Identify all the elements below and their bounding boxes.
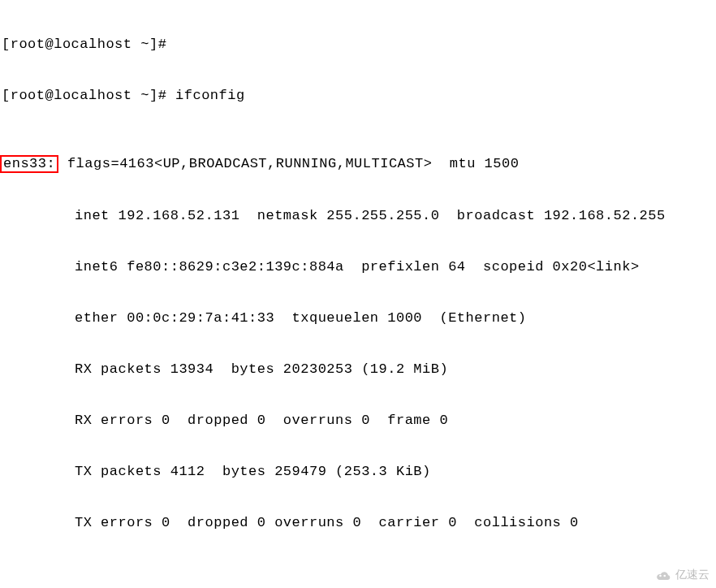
ens33-inet6: inet6 fe80::8629:c3e2:139c:884a prefixle… [2,258,716,275]
watermark-text: 亿速云 [675,566,710,583]
svg-point-0 [659,574,662,577]
prompt-line: [root@localhost ~]# [2,36,716,53]
ens33-inet: inet 192.168.52.131 netmask 255.255.255.… [2,207,716,224]
ens33-rx-errors: RX errors 0 dropped 0 overruns 0 frame 0 [2,412,716,429]
ens33-header-line: ens33: flags=4163<UP,BROADCAST,RUNNING,M… [2,155,716,173]
ens33-ether: ether 00:0c:29:7a:41:33 txqueuelen 1000 … [2,309,716,326]
prompt-command-line: [root@localhost ~]# ifconfig [2,87,716,104]
ens33-flags: flags=4163<UP,BROADCAST,RUNNING,MULTICAS… [67,156,520,171]
ens33-rx-packets: RX packets 13934 bytes 20230253 (19.2 Mi… [2,361,716,378]
terminal-output: [root@localhost ~]# [root@localhost ~]# … [2,2,716,588]
svg-point-1 [663,574,666,577]
ens33-interface-name: ens33: [0,155,58,173]
watermark: 亿速云 [654,566,710,583]
ens33-tx-packets: TX packets 4112 bytes 259479 (253.3 KiB) [2,463,716,480]
ens33-tx-errors: TX errors 0 dropped 0 overruns 0 carrier… [2,514,716,531]
blank-line [2,565,716,582]
cloud-icon [654,569,672,581]
